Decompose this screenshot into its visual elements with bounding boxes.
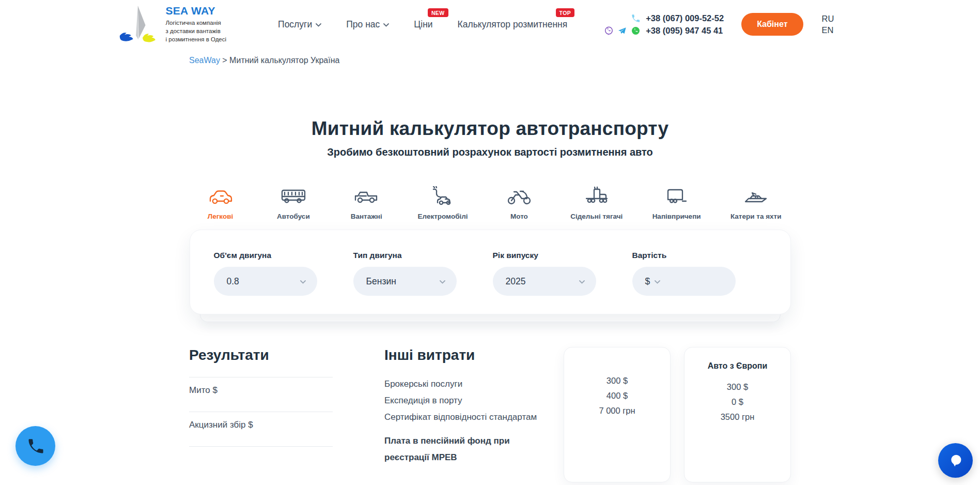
cost-label: Вартість (632, 251, 736, 260)
phone-row-secondary: +38 (095) 947 45 41 (597, 26, 724, 36)
lang-en[interactable]: EN (822, 25, 834, 35)
chevron-down-icon (316, 23, 321, 27)
currency-select[interactable]: $ (645, 276, 650, 287)
logo-tagline: Логістична компанія з доставки вантажів … (166, 19, 227, 44)
calculator-form-card: Об'єм двигуна 0.8 Тип двигуна Бензин Рік… (190, 230, 791, 314)
chat-fab-button[interactable] (938, 443, 973, 478)
engine-type-field: Тип двигуна Бензин (353, 251, 457, 314)
cabinet-button[interactable]: Кабінет (741, 13, 803, 36)
chevron-down-icon (383, 23, 389, 27)
page-subtitle: Зробимо безкоштовний розрахунок вартості… (0, 146, 980, 158)
tab-semi-trucks[interactable]: Сідельні тягачі (570, 186, 623, 220)
semi-truck-icon (584, 186, 610, 207)
engine-volume-select[interactable]: 0.8 (214, 267, 317, 296)
header-contacts: +38 (067) 009-52-52 +38 (095) 947 45 41 (597, 13, 724, 36)
lang-ru[interactable]: RU (822, 14, 834, 24)
price-value: 300 $ (564, 373, 670, 388)
expense-item-broker: Брокерські послуги (384, 376, 539, 392)
trailer-icon (664, 186, 690, 207)
result-row-excise: Акцизний збір $ (189, 412, 333, 446)
breadcrumb-current: Митний калькулятор Україна (229, 56, 339, 65)
motorcycle-icon (506, 186, 532, 207)
year-label: Рік випуску (493, 251, 596, 260)
logo-text: SEA WAY Логістична компанія з доставки в… (166, 5, 227, 44)
page-title: Митний калькулятор автотранспорту (0, 118, 980, 140)
price-value: 300 $ (685, 380, 790, 395)
results-section: Результати Мито $ Акцизний збір $ Інші в… (189, 347, 791, 482)
phone-number-secondary[interactable]: +38 (095) 947 45 41 (646, 26, 723, 36)
phone-row-primary: +38 (067) 009-52-52 (597, 13, 724, 23)
tab-buses[interactable]: Автобуси (272, 186, 315, 220)
tab-electric-cars[interactable]: Електромобілі (418, 186, 468, 220)
engine-volume-field: Об'єм двигуна 0.8 (214, 251, 317, 314)
seaway-boat-icon (113, 4, 161, 44)
price-value: 400 $ (564, 388, 670, 403)
form-card-stack-decoration (200, 314, 781, 322)
price-card-europe-title: Авто з Європи (685, 361, 790, 371)
phone-icon (26, 437, 45, 456)
price-value: 7 000 грн (564, 403, 670, 418)
price-card-europe: Авто з Європи 300 $ 0 $ 3500 грн (684, 347, 791, 482)
price-card-general: 300 $ 400 $ 7 000 грн (564, 347, 671, 482)
whatsapp-icon[interactable] (631, 26, 641, 36)
header: SEA WAY Логістична компанія з доставки в… (113, 0, 867, 49)
logo[interactable]: SEA WAY Логістична компанія з доставки в… (113, 4, 227, 44)
telegram-icon[interactable] (617, 26, 627, 36)
cost-input-wrap: $ (632, 267, 736, 296)
nav-item-prices[interactable]: Ціни NEW (414, 19, 432, 30)
vehicle-type-tabs: Легкові Автобуси Вантажні Електромобілі (199, 186, 782, 220)
phone-icon (631, 13, 641, 23)
engine-type-label: Тип двигуна (353, 251, 457, 260)
engine-volume-label: Об'єм двигуна (214, 251, 317, 260)
breadcrumb-home-link[interactable]: SeaWay (189, 56, 220, 65)
call-fab-button[interactable] (15, 426, 55, 466)
nav-item-about[interactable]: Про нас (346, 19, 389, 30)
year-field: Рік випуску 2025 (493, 251, 596, 314)
engine-type-select[interactable]: Бензин (353, 267, 457, 296)
chevron-down-icon (579, 280, 585, 284)
electric-car-icon (430, 186, 456, 207)
chevron-down-icon (300, 280, 306, 284)
results-title: Результати (189, 347, 333, 363)
price-cards: 300 $ 400 $ 7 000 грн Авто з Європи 300 … (564, 347, 791, 482)
results-column: Результати Мито $ Акцизний збір $ (189, 347, 333, 451)
new-badge: NEW (428, 8, 448, 17)
main-nav: Послуги Про нас Ціни NEW Калькулятор роз… (278, 19, 567, 30)
tab-semi-trailers[interactable]: Напівпричепи (652, 186, 701, 220)
other-expenses-title: Інші витрати (384, 347, 539, 363)
car-icon (208, 186, 234, 207)
phone-number-primary[interactable]: +38 (067) 009-52-52 (646, 13, 724, 23)
breadcrumb-separator: > (220, 56, 229, 65)
expense-item-pension-fund: Плата в пенсійний фонд при реєстрації МР… (384, 433, 528, 466)
year-select[interactable]: 2025 (493, 267, 596, 296)
tab-cars[interactable]: Легкові (199, 186, 242, 220)
tab-trucks[interactable]: Вантажні (345, 186, 388, 220)
expense-item-port: Експедиція в порту (384, 392, 539, 409)
result-row-duty: Мито $ (189, 377, 333, 412)
language-switcher: RU EN (822, 14, 834, 35)
top-badge: TOP (556, 8, 575, 17)
logo-title: SEA WAY (166, 5, 227, 17)
chevron-down-icon (440, 280, 445, 284)
results-divider (189, 446, 333, 451)
nav-item-calculator[interactable]: Калькулятор розмитнення TOP (458, 19, 568, 30)
cost-field: Вартість $ (632, 251, 736, 314)
chevron-down-icon (655, 280, 660, 284)
truck-icon (353, 186, 379, 207)
cost-input[interactable] (664, 276, 724, 287)
bus-icon (281, 186, 306, 207)
chat-bubble-icon (945, 450, 966, 471)
yacht-icon (743, 186, 769, 207)
tab-moto[interactable]: Мото (497, 186, 541, 220)
tab-boats[interactable]: Катери та яхти (730, 186, 782, 220)
viber-icon[interactable] (604, 26, 614, 36)
other-expenses-column: Інші витрати Брокерські послуги Експедиц… (384, 347, 539, 466)
expense-item-certificate: Сертифікат відповідності стандартам (384, 409, 539, 426)
nav-item-services[interactable]: Послуги (278, 19, 321, 30)
price-value: 3500 грн (685, 410, 790, 425)
price-value: 0 $ (685, 395, 790, 410)
breadcrumb: SeaWay > Митний калькулятор Україна (189, 56, 791, 65)
